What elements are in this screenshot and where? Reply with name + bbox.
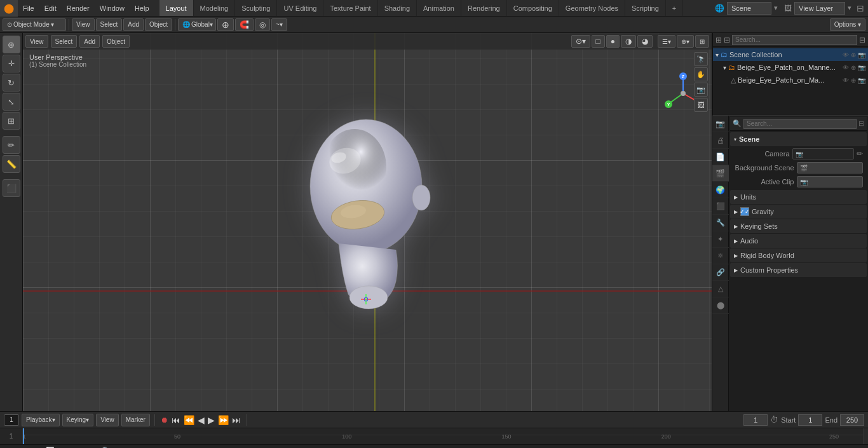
jump-start-btn[interactable]: ⏮: [170, 415, 182, 425]
vp-select-btn[interactable]: Select: [51, 35, 78, 48]
tab-compositing[interactable]: Compositing: [507, 0, 559, 16]
camera-value[interactable]: 📷: [792, 148, 855, 160]
props-tab-object[interactable]: ⬛: [712, 198, 729, 215]
props-tab-constraints[interactable]: 🔗: [712, 264, 729, 281]
snap-toggle[interactable]: 🧲: [235, 18, 254, 31]
end-frame-input[interactable]: [840, 414, 864, 426]
custom-props-row[interactable]: ▶ Custom Properties: [730, 263, 867, 277]
props-tab-modifier[interactable]: 🔧: [712, 215, 729, 231]
props-tab-world[interactable]: 🌍: [712, 182, 729, 198]
props-filter-icon[interactable]: ⊟: [858, 119, 864, 128]
proportional-falloff[interactable]: ~▾: [271, 18, 287, 31]
beige-viewport-icon[interactable]: 👁: [843, 64, 849, 71]
vp-add-btn[interactable]: Add: [79, 35, 100, 48]
measure-tool[interactable]: 📏: [3, 155, 20, 173]
restrict-viewport-icon[interactable]: 👁: [843, 51, 849, 58]
collection-expand-icon[interactable]: ▾: [715, 51, 719, 58]
annotate-tool[interactable]: ✏: [3, 136, 20, 154]
tab-rendering[interactable]: Rendering: [461, 0, 507, 16]
rotate-tool[interactable]: ↻: [3, 74, 20, 92]
tab-scripting[interactable]: Scripting: [625, 0, 666, 16]
cursor-tool[interactable]: ⊕: [3, 36, 20, 53]
tab-uv-editing[interactable]: UV Editing: [277, 0, 323, 16]
scene-dropdown-icon[interactable]: ▾: [774, 4, 778, 12]
transform-orient[interactable]: 🌐 Global▾: [178, 18, 216, 31]
scene-section-header[interactable]: ▾ Scene: [730, 132, 867, 146]
gravity-checkbox[interactable]: ✓: [740, 207, 749, 216]
play-btn[interactable]: ▶: [207, 415, 216, 425]
add-menu[interactable]: Add: [123, 18, 144, 31]
vp-fly-btn[interactable]: 🔭: [694, 52, 708, 66]
jump-end-btn[interactable]: ⏭: [231, 415, 242, 425]
outliner-icon1[interactable]: ⊞: [715, 36, 722, 44]
vp-shading-solid[interactable]: ●: [606, 35, 620, 48]
props-tab-view-layer[interactable]: 📄: [712, 149, 729, 165]
timeline-view-menu[interactable]: View: [96, 414, 119, 426]
keying-sets-row[interactable]: ▶ Keying Sets: [730, 219, 867, 233]
next-frame-btn[interactable]: ⏩: [217, 415, 230, 425]
vp-gizmo-toggle[interactable]: ⊕▾: [677, 35, 694, 48]
object-menu[interactable]: Object: [145, 18, 172, 31]
vp-object-btn[interactable]: Object: [102, 35, 130, 48]
tab-sculpting[interactable]: Sculpting: [235, 0, 277, 16]
outliner-item-scene-collection[interactable]: ▾ 🗂 Scene Collection 👁 ⊕ 📷: [713, 48, 868, 61]
scrubber-scrollbar[interactable]: [863, 428, 868, 444]
props-tab-render[interactable]: 📷: [712, 116, 729, 132]
pivot-point[interactable]: ⊕: [217, 18, 234, 31]
menu-window[interactable]: Window: [95, 0, 130, 16]
menu-render[interactable]: Render: [62, 0, 95, 16]
vp-xray-toggle[interactable]: ⊞: [695, 35, 709, 48]
view-layer-input[interactable]: [794, 2, 845, 15]
props-tab-material[interactable]: ⬤: [712, 297, 729, 314]
filter-icon[interactable]: ⊟: [857, 3, 864, 13]
mesh-select-icon[interactable]: ⊕: [851, 77, 856, 84]
prev-frame-btn[interactable]: ⏪: [182, 415, 196, 425]
props-tab-data[interactable]: △: [712, 281, 729, 297]
timeline-scrubber[interactable]: 1 1 50 100 150 200 250: [0, 428, 868, 444]
props-tab-scene[interactable]: 🎬: [712, 165, 729, 182]
scale-tool[interactable]: ⤡: [3, 93, 20, 111]
options-btn[interactable]: Options ▾: [830, 18, 865, 31]
keying-menu[interactable]: Keying▾: [62, 414, 94, 426]
mesh-render-icon[interactable]: 📷: [858, 77, 865, 84]
restrict-render-icon[interactable]: 📷: [858, 51, 865, 58]
outliner-item-beige-collection[interactable]: ▾ 🗂 Beige_Eye_Patch_on_Manne... 👁 ⊕ 📷: [713, 61, 868, 74]
beige-select-icon[interactable]: ⊕: [851, 64, 856, 71]
vp-view-btn[interactable]: View: [25, 35, 48, 48]
mode-selector[interactable]: ⊙ Object Mode▾: [3, 18, 66, 31]
vp-overlay-toggle[interactable]: ☰▾: [658, 35, 675, 48]
outliner-item-beige-mesh[interactable]: △ Beige_Eye_Patch_on_Ma... 👁 ⊕ 📷: [713, 74, 868, 86]
vp-cam-btn[interactable]: 📷: [694, 83, 708, 97]
mesh-viewport-icon[interactable]: 👁: [843, 77, 849, 84]
bg-scene-value[interactable]: 🎬: [797, 162, 864, 173]
tab-add[interactable]: +: [666, 0, 683, 16]
scene-name-input[interactable]: [727, 2, 771, 15]
menu-file[interactable]: File: [18, 0, 39, 16]
tab-geometry-nodes[interactable]: Geometry Nodes: [559, 0, 625, 16]
viewport-3d[interactable]: View Select Add Object ⊙▾ □ ● ◑ ◕ ☰▾ ⊕▾ …: [23, 33, 712, 411]
view-menu[interactable]: View: [72, 18, 95, 31]
vp-render-btn[interactable]: 🖼: [694, 98, 708, 112]
proportional-edit[interactable]: ◎: [255, 18, 270, 31]
add-cube-tool[interactable]: ⬛: [3, 179, 20, 197]
beige-expand-icon[interactable]: ▾: [723, 64, 726, 71]
vp-pan-btn[interactable]: ✋: [694, 67, 708, 81]
menu-edit[interactable]: Edit: [39, 0, 62, 16]
transform-tool[interactable]: ⊞: [3, 112, 20, 130]
units-row[interactable]: ▶ Units: [730, 190, 867, 204]
active-clip-value[interactable]: 📷: [797, 176, 864, 187]
record-btn[interactable]: ⏺: [159, 416, 170, 424]
restrict-select-icon[interactable]: ⊕: [851, 51, 856, 58]
props-tab-physics[interactable]: ⚛: [712, 248, 729, 264]
menu-help[interactable]: Help: [130, 0, 154, 16]
rigid-body-row[interactable]: ▶ Rigid Body World: [730, 248, 867, 262]
audio-row[interactable]: ▶ Audio: [730, 234, 867, 248]
vp-mode-pie[interactable]: ⊙▾: [571, 35, 590, 48]
outliner-icon2[interactable]: ⊟: [724, 36, 730, 44]
tab-texture-paint[interactable]: Texture Paint: [323, 0, 377, 16]
select-menu[interactable]: Select: [96, 18, 123, 31]
playback-menu[interactable]: Playback▾: [22, 414, 60, 426]
props-tab-particles[interactable]: ✦: [712, 231, 729, 248]
tab-layout[interactable]: Layout: [159, 0, 194, 16]
play-reverse-btn[interactable]: ◀: [196, 415, 206, 425]
